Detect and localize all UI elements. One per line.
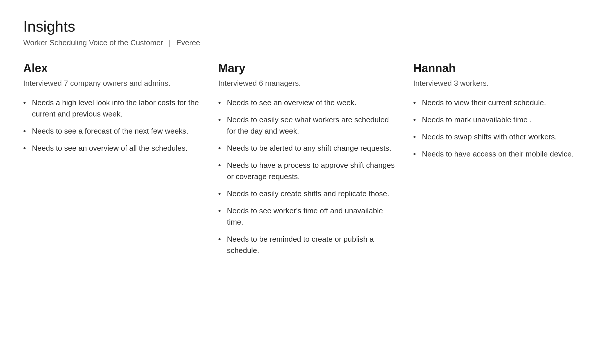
needs-list-alex: Needs a high level look into the labor c… xyxy=(23,97,201,154)
list-item: Needs to see worker's time off and unava… xyxy=(218,205,396,228)
persona-name-hannah: Hannah xyxy=(413,62,591,75)
page-title: Insights xyxy=(23,17,591,35)
columns-container: Alex Interviewed 7 company owners and ad… xyxy=(23,62,591,262)
list-item: Needs to easily see what workers are sch… xyxy=(218,114,396,137)
page-container: Insights Worker Scheduling Voice of the … xyxy=(23,17,591,262)
list-item: Needs to have a process to approve shift… xyxy=(218,160,396,182)
page-header: Insights Worker Scheduling Voice of the … xyxy=(23,17,591,47)
list-item: Needs a high level look into the labor c… xyxy=(23,97,201,120)
persona-description-alex: Interviewed 7 company owners and admins. xyxy=(23,79,201,88)
list-item: Needs to see a forecast of the next few … xyxy=(23,125,201,137)
column-hannah: Hannah Interviewed 3 workers. Needs to v… xyxy=(413,62,591,262)
list-item: Needs to view their current schedule. xyxy=(413,97,591,108)
list-item: Needs to easily create shifts and replic… xyxy=(218,188,396,199)
list-item: Needs to mark unavailable time . xyxy=(413,114,591,125)
column-alex: Alex Interviewed 7 company owners and ad… xyxy=(23,62,201,262)
list-item: Needs to see an overview of the week. xyxy=(218,97,396,108)
page-subtitle: Worker Scheduling Voice of the Customer … xyxy=(23,38,591,47)
needs-list-hannah: Needs to view their current schedule. Ne… xyxy=(413,97,591,160)
persona-description-mary: Interviewed 6 managers. xyxy=(218,79,396,88)
needs-list-mary: Needs to see an overview of the week. Ne… xyxy=(218,97,396,256)
column-mary: Mary Interviewed 6 managers. Needs to se… xyxy=(218,62,396,262)
persona-name-mary: Mary xyxy=(218,62,396,75)
persona-description-hannah: Interviewed 3 workers. xyxy=(413,79,591,88)
list-item: Needs to be alerted to any shift change … xyxy=(218,143,396,154)
persona-name-alex: Alex xyxy=(23,62,201,75)
list-item: Needs to be reminded to create or publis… xyxy=(218,234,396,256)
subtitle-part2: Everee xyxy=(176,38,200,47)
list-item: Needs to have access on their mobile dev… xyxy=(413,148,591,160)
list-item: Needs to see an overview of all the sche… xyxy=(23,143,201,154)
subtitle-divider: | xyxy=(169,38,171,47)
subtitle-part1: Worker Scheduling Voice of the Customer xyxy=(23,38,163,47)
list-item: Needs to swap shifts with other workers. xyxy=(413,131,591,143)
